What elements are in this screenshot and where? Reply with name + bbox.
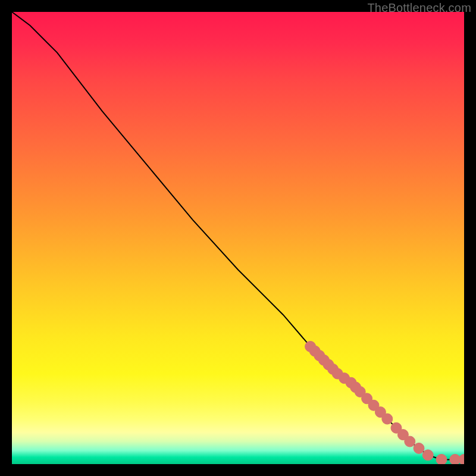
- data-point-marker: [436, 454, 447, 464]
- plot-area: [12, 12, 464, 464]
- watermark-text: TheBottleneck.com: [367, 1, 471, 15]
- chart-frame: TheBottleneck.com: [0, 0, 476, 476]
- data-point-marker: [382, 414, 393, 424]
- data-point-marker: [422, 450, 433, 461]
- data-point-marker: [405, 436, 415, 447]
- data-markers: [305, 341, 464, 464]
- data-point-marker: [459, 454, 464, 464]
- data-point-marker: [414, 443, 424, 453]
- bottleneck-curve: [12, 12, 464, 459]
- chart-svg: [12, 12, 464, 464]
